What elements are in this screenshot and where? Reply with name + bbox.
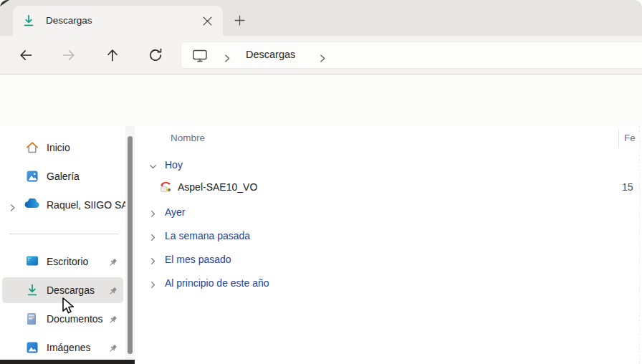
chevron-right-icon[interactable]: [149, 208, 157, 221]
sidebar-item-label: Raquel, SIIGO SA: [47, 199, 127, 211]
chevron-right-icon[interactable]: [149, 231, 157, 244]
sidebar-item-label: Inicio: [47, 142, 70, 153]
group-label: Al principio de este año: [165, 277, 269, 289]
window-corner-artifact: [0, 0, 9, 6]
group-label: Hoy: [165, 159, 183, 171]
chevron-down-icon[interactable]: [149, 161, 157, 173]
sidebar-item-descargas[interactable]: Descargas: [2, 277, 123, 303]
file-list-pane: Nombre Fe Hoy Aspel-SAE10_VO 15 Ayer: [135, 126, 642, 364]
sidebar-item-onedrive[interactable]: Raquel, SIIGO SA: [2, 192, 123, 218]
column-header-fecha[interactable]: Fe: [624, 133, 636, 143]
download-icon: [26, 284, 39, 297]
tab-bar: Descargas: [0, 0, 642, 36]
new-tab-icon[interactable]: [234, 15, 245, 26]
chevron-right-icon: [224, 52, 231, 65]
chevron-right-icon[interactable]: [10, 201, 16, 214]
address-bar[interactable]: Descargas: [181, 42, 642, 69]
sidebar-item-galeria[interactable]: Galería: [2, 163, 123, 189]
sidebar-item-label: Documentos: [47, 313, 103, 325]
sidebar-item-label: Descargas: [47, 284, 95, 296]
back-icon[interactable]: [18, 47, 34, 63]
download-icon: [22, 14, 35, 30]
column-separator: [639, 126, 640, 364]
group-label: Ayer: [165, 206, 186, 218]
breadcrumb-location[interactable]: Descargas: [246, 49, 295, 60]
refresh-icon[interactable]: [148, 47, 163, 63]
sidebar-item-escritorio[interactable]: Escritorio: [2, 249, 123, 274]
sidebar-item-imagenes[interactable]: Imágenes: [2, 335, 123, 360]
scrollbar-thumb[interactable]: [128, 136, 133, 354]
sidebar-item-label: Galería: [47, 171, 80, 182]
taskbar-edge: [0, 360, 135, 364]
aspel-app-icon: [158, 180, 173, 197]
forward-icon[interactable]: [61, 47, 77, 63]
sidebar-item-label: Escritorio: [47, 256, 88, 267]
file-name: Aspel-SAE10_VO: [178, 181, 257, 193]
file-modified-time: 15: [622, 181, 633, 193]
document-icon: [26, 312, 39, 325]
tab-title: Descargas: [46, 15, 92, 26]
pin-icon: [108, 315, 118, 327]
navigation-bar: Descargas: [0, 36, 642, 75]
tab-descargas[interactable]: Descargas: [13, 6, 223, 36]
chevron-right-icon[interactable]: [320, 52, 326, 65]
this-pc-icon[interactable]: [192, 49, 208, 66]
desktop-icon: [26, 255, 39, 268]
up-icon[interactable]: [105, 47, 120, 63]
column-separator[interactable]: [618, 130, 619, 148]
sidebar-divider: [9, 234, 118, 234]
tab-close-icon[interactable]: [202, 16, 212, 26]
pin-icon: [108, 343, 118, 356]
chevron-right-icon[interactable]: [149, 279, 157, 292]
group-label: El mes pasado: [165, 254, 231, 265]
column-header-nombre[interactable]: Nombre: [171, 133, 205, 143]
sidebar-item-documentos[interactable]: Documentos: [2, 306, 123, 332]
pictures-icon: [26, 341, 39, 354]
file-explorer-window: Descargas Descargas: [0, 0, 642, 364]
group-label: La semana pasada: [165, 230, 250, 241]
sidebar-item-inicio[interactable]: Inicio: [2, 135, 123, 161]
sidebar-item-label: Imágenes: [47, 342, 90, 353]
chevron-right-icon[interactable]: [149, 255, 157, 268]
gallery-icon: [26, 170, 39, 183]
sidebar-scrollbar[interactable]: [125, 126, 135, 364]
pin-icon: [108, 286, 118, 299]
navigation-pane: Inicio Galería Raquel, SIIGO SA Escritor…: [0, 126, 125, 360]
onedrive-cloud-icon: [24, 198, 37, 211]
pin-icon: [108, 257, 118, 270]
home-icon: [26, 141, 39, 154]
command-toolbar: Nuevo Ordenar Ver: [0, 75, 642, 126]
